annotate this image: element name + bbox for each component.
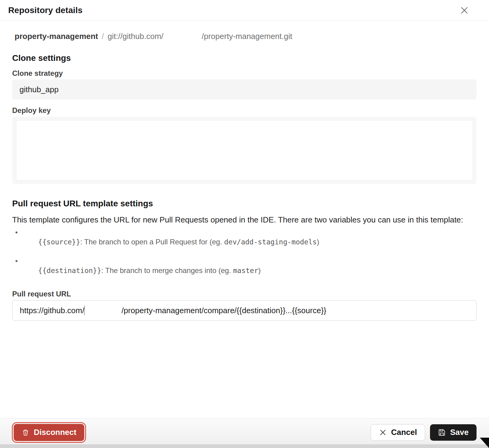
variable-destination-text: : The branch to merge changes into (eg. [101, 266, 233, 275]
modal-header: Repository details [0, 0, 489, 21]
breadcrumb-git-url-prefix: git://github.com/ [108, 32, 164, 41]
modal-body: property-management / git://github.com/ … [0, 32, 489, 321]
list-item: • {{destination}}: The branch to merge c… [12, 256, 477, 285]
variable-source-suffix: ) [317, 238, 319, 246]
cancel-button[interactable]: Cancel [371, 424, 425, 441]
pr-url-value-prefix: https://github.com/ [20, 306, 84, 315]
variable-destination-code: {{destination}} [38, 267, 101, 275]
variable-source-code: {{source}} [38, 238, 80, 246]
floppy-disk-icon [438, 429, 446, 436]
clone-strategy-field: github_app [12, 79, 477, 100]
clone-strategy-value: github_app [19, 85, 59, 94]
mouse-cursor [480, 438, 489, 448]
disconnect-label: Disconnect [34, 428, 76, 437]
page-bottom-edge [0, 444, 489, 448]
bullet-marker: • [12, 228, 22, 237]
close-button[interactable] [459, 5, 470, 16]
modal-footer: Disconnect Cancel Save [0, 418, 489, 444]
variable-source-example: dev/add-staging-models [224, 238, 317, 246]
deploy-key-textarea[interactable] [16, 120, 473, 180]
trash-icon [22, 429, 29, 436]
deploy-key-frame [12, 117, 477, 184]
close-icon [460, 6, 469, 15]
pr-template-heading: Pull request URL template settings [12, 199, 477, 208]
clone-strategy-label: Clone strategy [12, 69, 477, 78]
deploy-key-label: Deploy key [12, 106, 477, 115]
variable-destination-example: master [233, 267, 258, 275]
bullet-marker: • [12, 256, 22, 266]
breadcrumb: property-management / git://github.com/ … [12, 32, 477, 41]
x-icon [379, 429, 387, 436]
pr-url-redacted-gap [85, 310, 121, 311]
pr-template-description: This template configures the URL for new… [12, 215, 477, 225]
pr-url-label: Pull request URL [12, 290, 477, 298]
save-button[interactable]: Save [430, 424, 477, 441]
pr-url-value-suffix: /property-management/compare/{{destinati… [121, 306, 326, 315]
breadcrumb-repo-name: property-management [15, 32, 98, 41]
breadcrumb-git-url-suffix: /property-management.git [202, 32, 292, 41]
cancel-label: Cancel [391, 428, 417, 437]
clone-settings-heading: Clone settings [12, 53, 477, 63]
breadcrumb-separator: / [98, 32, 108, 41]
variable-source-text: : The branch to open a Pull Request for … [80, 238, 224, 246]
list-item: • {{source}}: The branch to open a Pull … [12, 228, 477, 256]
pr-variables-list: • {{source}}: The branch to open a Pull … [12, 228, 477, 285]
disconnect-button[interactable]: Disconnect [14, 424, 84, 441]
variable-destination-suffix: ) [258, 266, 261, 275]
pr-url-input[interactable]: https://github.com/ /property-management… [12, 300, 477, 321]
save-label: Save [450, 428, 469, 437]
page-title: Repository details [8, 5, 83, 15]
